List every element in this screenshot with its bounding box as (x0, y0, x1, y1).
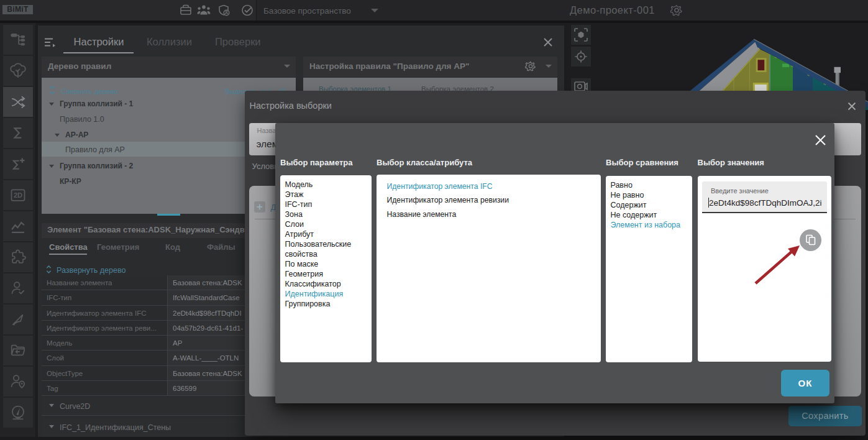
svg-text:2D: 2D (14, 191, 22, 199)
